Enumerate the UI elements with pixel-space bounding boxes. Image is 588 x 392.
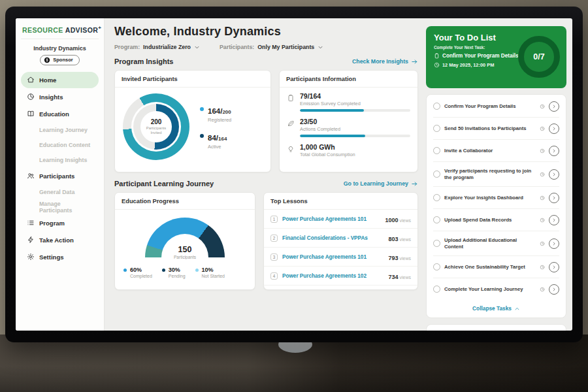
- lesson-row: 4 Power Purchase Agreements 102 734views: [264, 267, 417, 286]
- sidebar-nav-item[interactable]: Education: [21, 106, 99, 122]
- sidebar-nav-label: Education Content: [39, 142, 90, 148]
- recent-news-card: Recent News: [426, 324, 566, 331]
- task-checkbox[interactable]: [433, 286, 440, 293]
- legend-total: 200: [222, 109, 231, 115]
- education-legend-item: 30% Pending: [162, 267, 186, 278]
- task-open-button[interactable]: [549, 123, 559, 134]
- stat-icon: [287, 94, 295, 102]
- invited-donut-chart: 200 Participants Invited: [123, 93, 189, 160]
- collapse-tasks-link[interactable]: Collapse Tasks: [433, 300, 559, 316]
- sidebar-nav-item[interactable]: Learning Journey: [21, 123, 99, 137]
- education-legend-item: 60% Completed: [123, 267, 152, 278]
- tasks-card: Confirm Your Program Details Send 50 Inv…: [426, 94, 566, 318]
- sidebar-nav-label: Learning Journey: [39, 127, 88, 133]
- lesson-rank: 1: [270, 216, 278, 223]
- sidebar-nav-item[interactable]: Program: [21, 215, 99, 231]
- sidebar-nav-item[interactable]: Insights: [21, 89, 99, 105]
- lesson-row: 3 Power Purchase Agreements 101 793views: [264, 248, 417, 267]
- clock-icon: [540, 104, 545, 109]
- program-filter[interactable]: Program: Industrialize Zero: [114, 44, 200, 50]
- task-checkbox[interactable]: [433, 147, 440, 154]
- task-open-button[interactable]: [549, 169, 559, 180]
- sidebar-nav-item[interactable]: Manage Participants: [21, 200, 99, 214]
- learning-cards-row: Education Progress 150 Participants: [114, 192, 418, 290]
- lesson-title-link[interactable]: Power Purchase Agreements 101: [282, 216, 380, 222]
- task-open-button[interactable]: [549, 146, 559, 156]
- clock-icon: [540, 287, 545, 292]
- education-gauge-chart: 150 Participants: [145, 218, 225, 259]
- chevron-up-icon: [514, 306, 520, 312]
- education-progress-card: Education Progress 150 Participants: [114, 192, 255, 290]
- legend-label: Registered: [208, 117, 231, 123]
- info-stat-row: 79/164 Emission Survey Completed: [280, 88, 417, 113]
- check-more-insights-label: Check More Insights: [352, 58, 408, 65]
- stat-progress-fill: [300, 109, 364, 112]
- task-checkbox[interactable]: [433, 216, 440, 223]
- sidebar-nav-item[interactable]: Learning Insights: [21, 153, 99, 167]
- dashboard-screen: RESOURCE ADVISOR+ Industry Dynamics Spon…: [16, 18, 572, 331]
- lesson-title-link[interactable]: Power Purchase Agreements 102: [282, 273, 384, 279]
- sidebar-nav-item[interactable]: Settings: [21, 249, 99, 265]
- org-name: Industry Dynamics: [21, 45, 99, 52]
- sidebar-nav-icon: [27, 110, 35, 118]
- task-open-button[interactable]: [549, 238, 559, 249]
- participants-filter[interactable]: Participants: Only My Participants: [220, 44, 323, 50]
- sidebar-nav-item[interactable]: Participants: [21, 168, 99, 184]
- task-open-button[interactable]: [549, 284, 559, 295]
- sidebar-nav-item[interactable]: Education Content: [21, 138, 99, 152]
- education-legend-item: 10% Not Started: [195, 267, 225, 278]
- sidebar-nav-label: General Data: [39, 189, 74, 195]
- task-open-button[interactable]: [549, 101, 559, 112]
- lesson-title-link[interactable]: Power Purchase Agreements 101: [282, 254, 384, 260]
- task-checkbox[interactable]: [433, 263, 440, 270]
- legend-dot: [123, 269, 127, 272]
- lesson-views: 1000: [385, 217, 398, 223]
- lesson-title-link[interactable]: Financial Considerations - VPPAs: [282, 235, 384, 241]
- stat-progress-fill: [300, 135, 365, 137]
- top-lessons-card: Top Lessons 1 Power Purchase Agreements …: [263, 192, 418, 290]
- task-row: Explore Your Insights Dashboard: [433, 187, 559, 209]
- clock-icon: [540, 172, 545, 177]
- page-title: Welcome, Industry Dynamics: [114, 25, 418, 39]
- sidebar-nav-label: Education: [39, 110, 69, 118]
- task-checkbox[interactable]: [433, 125, 440, 132]
- sidebar-nav-item[interactable]: Home: [21, 72, 99, 88]
- sidebar-nav-icon: [27, 93, 35, 101]
- chevron-down-icon: [318, 44, 323, 50]
- legend-value: 84/: [208, 134, 218, 142]
- invited-center-value: 200: [151, 118, 162, 125]
- lesson-rank: 2: [270, 235, 278, 242]
- sponsor-badge-label: Sponsor: [53, 57, 73, 63]
- task-label: Confirm Your Program Details: [444, 103, 536, 110]
- info-stat-row: 23/50 Actions Completed: [280, 113, 417, 139]
- participants-filter-value: Only My Participants: [257, 44, 314, 50]
- task-open-button[interactable]: [549, 193, 559, 203]
- task-row: Invite a Collaborator: [433, 140, 559, 162]
- task-label: Upload Additional Educational Content: [444, 237, 536, 250]
- go-to-learning-journey-link[interactable]: Go to Learning Journey: [344, 180, 418, 188]
- task-checkbox[interactable]: [433, 103, 440, 110]
- task-checkbox[interactable]: [433, 171, 440, 178]
- sidebar-nav-icon: [27, 219, 35, 227]
- task-checkbox[interactable]: [433, 240, 440, 247]
- learning-journey-header: Participant Learning Journey Go to Learn…: [114, 180, 418, 188]
- sidebar-nav-icon: [27, 172, 35, 180]
- task-checkbox[interactable]: [433, 194, 440, 201]
- sidebar-nav-item[interactable]: Take Action: [21, 232, 99, 248]
- lesson-row: 5 Power Purchase Agreements 103 600views: [264, 286, 417, 290]
- chevron-right-icon: [551, 218, 557, 223]
- filters-row: Program: Industrialize Zero Participants…: [114, 44, 418, 50]
- logo-secondary: ADVISOR: [65, 26, 99, 34]
- invited-center-label: Participants Invited: [140, 126, 172, 135]
- task-row: Upload Spend Data Records: [433, 209, 559, 231]
- check-more-insights-link[interactable]: Check More Insights: [352, 58, 418, 65]
- chevron-right-icon: [551, 104, 557, 109]
- info-card-title: Participants Information: [280, 71, 417, 88]
- task-open-button[interactable]: [549, 215, 559, 225]
- lesson-rank: 3: [270, 253, 278, 261]
- task-open-button[interactable]: [549, 262, 559, 272]
- sidebar-nav-item[interactable]: General Data: [21, 185, 99, 199]
- legend-label: Active: [208, 144, 227, 150]
- stat-label: Emission Survey Completed: [300, 101, 410, 106]
- main-content: Welcome, Industry Dynamics Program: Indu…: [105, 18, 426, 331]
